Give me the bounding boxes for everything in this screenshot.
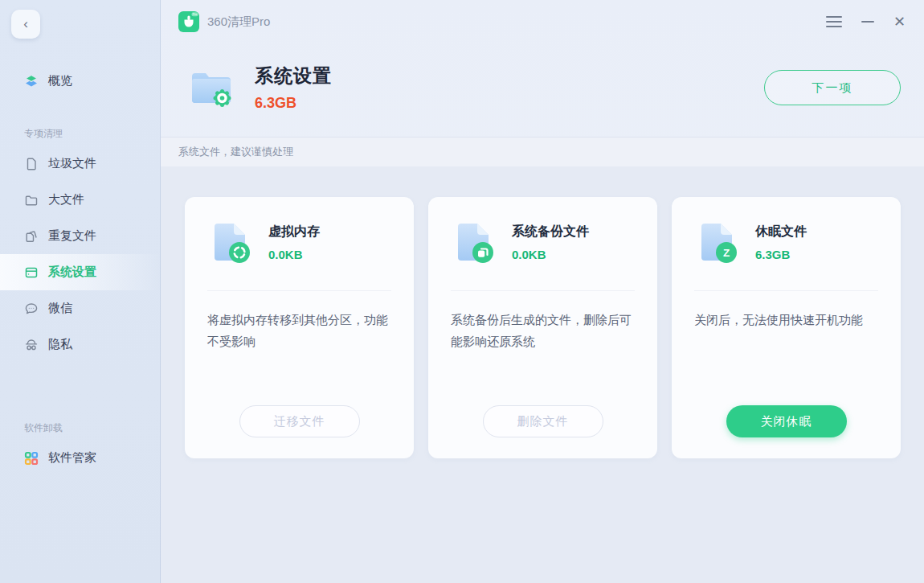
delete-files-button[interactable]: 删除文件 xyxy=(483,405,603,437)
close-icon[interactable]: ✕ xyxy=(893,14,906,30)
app-window: { "app": { "title": "360清理Pro", "logo_ba… xyxy=(0,0,924,583)
file-sleep-z-icon: Z xyxy=(694,220,739,265)
sidebar-item-label: 软件管家 xyxy=(48,450,96,466)
sidebar-item-label: 系统设置 xyxy=(48,265,96,280)
app-logo-icon: Pro xyxy=(178,11,199,32)
sidebar-item-label: 微信 xyxy=(48,301,72,316)
card-system-backup-files: 系统备份文件 0.0KB 系统备份后生成的文件，删除后可能影响还原系统 删除文件 xyxy=(428,197,657,458)
layers-icon xyxy=(24,74,39,88)
file-migrate-icon xyxy=(207,220,252,265)
chat-bubble-icon xyxy=(24,302,39,316)
card-head-texts: 系统备份文件 0.0KB xyxy=(512,224,589,261)
card-description: 系统备份后生成的文件，删除后可能影响还原系统 xyxy=(451,309,635,352)
card-divider xyxy=(694,290,878,291)
folder-icon xyxy=(24,193,39,207)
card-title: 虚拟内存 xyxy=(268,224,320,240)
file-copy-icon xyxy=(451,220,496,265)
card-title: 系统备份文件 xyxy=(512,224,589,240)
sidebar-item-large-files[interactable]: 大文件 xyxy=(0,182,161,218)
window-controls: ✕ xyxy=(826,14,906,30)
sidebar: ‹ 概览 专项清理 垃圾文件 大文件 xyxy=(0,0,161,583)
sidebar-item-software-manager[interactable]: 软件管家 xyxy=(0,440,161,476)
incognito-hat-icon xyxy=(24,338,39,352)
disable-hibernation-button[interactable]: 关闭休眠 xyxy=(726,405,847,437)
migrate-files-button[interactable]: 迁移文件 xyxy=(239,405,360,437)
page-size-value: 6.3GB xyxy=(255,95,332,112)
back-button[interactable]: ‹ xyxy=(11,10,40,39)
sidebar-item-overview[interactable]: 概览 xyxy=(0,63,161,99)
window-settings-icon xyxy=(24,265,39,280)
page-header: 系统设置 6.3GB 下一项 xyxy=(161,43,924,137)
next-item-button[interactable]: 下一项 xyxy=(764,70,901,105)
sidebar-item-label: 大文件 xyxy=(48,192,84,207)
titlebar: Pro 360清理Pro ✕ xyxy=(161,0,924,43)
sidebar-item-system-settings[interactable]: 系统设置 xyxy=(0,254,161,290)
minimize-icon[interactable] xyxy=(861,14,874,30)
card-size-value: 0.0KB xyxy=(268,248,320,261)
chevron-left-icon: ‹ xyxy=(23,16,28,32)
card-size-value: 6.3GB xyxy=(755,248,807,261)
sidebar-section-software-uninstall: 软件卸载 xyxy=(0,416,161,440)
main-panel: Pro 360清理Pro ✕ xyxy=(161,0,924,583)
caution-note: 系统文件，建议谨慎处理 xyxy=(161,137,924,166)
card-divider xyxy=(451,290,635,291)
card-head: 虚拟内存 0.0KB xyxy=(207,220,391,265)
app-grid-icon xyxy=(24,451,39,466)
sidebar-item-privacy[interactable]: 隐私 xyxy=(0,326,161,363)
card-divider xyxy=(207,290,391,291)
card-virtual-memory: 虚拟内存 0.0KB 将虚拟内存转移到其他分区，功能不受影响 迁移文件 xyxy=(185,197,414,458)
folder-settings-icon xyxy=(186,63,236,113)
sidebar-item-duplicate-files[interactable]: 重复文件 xyxy=(0,218,161,254)
page-title: 系统设置 xyxy=(255,64,332,88)
header-texts: 系统设置 6.3GB xyxy=(255,64,332,112)
sidebar-item-label: 概览 xyxy=(48,73,72,88)
sidebar-item-wechat[interactable]: 微信 xyxy=(0,290,161,326)
copy-documents-icon xyxy=(24,229,39,244)
card-head: Z 休眠文件 6.3GB xyxy=(694,220,878,265)
app-title: 360清理Pro xyxy=(207,14,270,30)
card-head-texts: 休眠文件 6.3GB xyxy=(755,224,807,261)
menu-icon[interactable] xyxy=(826,14,842,30)
sidebar-item-label: 隐私 xyxy=(48,337,72,352)
card-hibernation-file: Z 休眠文件 6.3GB 关闭后，无法使用快速开机功能 关闭休眠 xyxy=(672,197,901,458)
content-area: 虚拟内存 0.0KB 将虚拟内存转移到其他分区，功能不受影响 迁移文件 xyxy=(161,166,924,583)
card-size-value: 0.0KB xyxy=(512,248,589,261)
svg-text:Z: Z xyxy=(723,247,730,259)
document-icon xyxy=(24,157,39,171)
sidebar-item-label: 垃圾文件 xyxy=(48,156,96,171)
sidebar-section-special-cleanup: 专项清理 xyxy=(0,121,161,146)
card-description: 将虚拟内存转移到其他分区，功能不受影响 xyxy=(207,309,391,352)
card-title: 休眠文件 xyxy=(755,224,807,240)
sidebar-item-junk-files[interactable]: 垃圾文件 xyxy=(0,146,161,182)
svg-text:Pro: Pro xyxy=(193,13,198,16)
card-head-texts: 虚拟内存 0.0KB xyxy=(268,224,320,261)
sidebar-item-label: 重复文件 xyxy=(48,228,96,244)
card-description: 关闭后，无法使用快速开机功能 xyxy=(694,309,878,331)
card-head: 系统备份文件 0.0KB xyxy=(451,220,635,265)
